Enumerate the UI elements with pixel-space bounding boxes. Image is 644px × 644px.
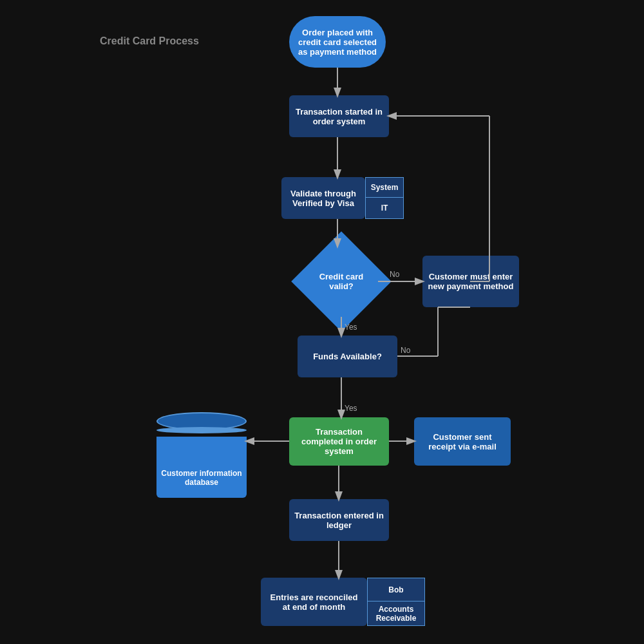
cc-valid-diamond: Credit card valid? [305, 246, 378, 317]
swim-ar: Accounts Receivable [367, 601, 425, 626]
diagram-title: Credit Card Process [100, 35, 199, 47]
start-node: Order placed with credit card selected a… [289, 16, 386, 68]
trans-start-node: Transaction started in order system [289, 95, 389, 137]
db-middle [156, 427, 247, 433]
new-payment-node: Customer must enter new payment method [422, 256, 519, 307]
funds-node: Funds Available? [298, 336, 397, 377]
swim-it: IT [365, 198, 404, 219]
reconcile-node: Entries are reconciled at end of month [261, 578, 367, 626]
customer-db-node: Customer information database [156, 412, 247, 496]
receipt-node: Customer sent receipt via e-mail [414, 417, 511, 466]
db-body: Customer information database [156, 437, 247, 498]
trans-complete-node: Transaction completed in order system [289, 417, 389, 466]
swim-system: System [365, 177, 404, 198]
swim-bob: Bob [367, 578, 425, 601]
ledger-node: Transaction entered in ledger [289, 499, 389, 541]
no-label-2: No [401, 346, 411, 355]
validate-node: Validate through Verified by Visa [281, 177, 365, 219]
yes-label-2: Yes [345, 404, 357, 413]
no-label-1: No [390, 270, 400, 279]
